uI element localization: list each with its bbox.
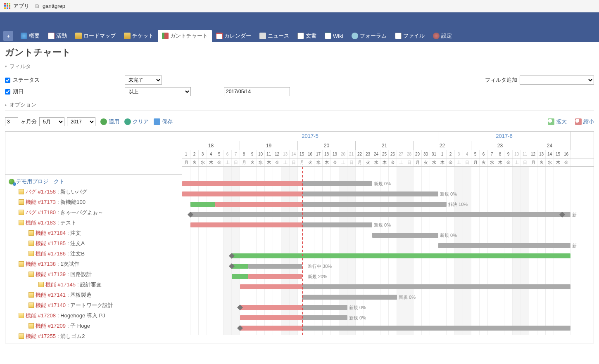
ticket-row[interactable]: 機能 #17255: 消しゴム2 [5, 331, 182, 341]
gantt-bar[interactable] [302, 305, 347, 310]
filter-add-select[interactable] [520, 76, 594, 85]
ticket-row[interactable]: 機能 #17208: Hogehoge 導入 PJ [5, 310, 182, 321]
ticket-link[interactable]: 機能 #17255 [26, 333, 56, 340]
gantt-right-pane[interactable]: 2017-52017-61819202122232412345678910111… [182, 132, 594, 343]
gantt-bar[interactable] [240, 284, 302, 289]
nav-docs[interactable]: 文書 [293, 30, 321, 42]
ticket-link[interactable]: 機能 #17173 [26, 199, 56, 206]
gantt-bar[interactable] [190, 212, 570, 217]
gantt-bar[interactable] [302, 284, 570, 289]
gantt-bar[interactable] [232, 253, 570, 258]
nav-roadmap[interactable]: ロードマップ [71, 30, 120, 42]
ticket-row[interactable]: 機能 #17185: 注文A [5, 238, 182, 248]
nav-wiki[interactable]: Wiki [321, 30, 347, 42]
gantt-left-header [5, 132, 182, 175]
add-button[interactable]: + [3, 31, 13, 41]
nav-overview[interactable]: 概要 [17, 30, 44, 42]
filter-status-label[interactable]: ステータス [5, 76, 121, 84]
apps-icon [4, 3, 11, 9]
zoom-in-button[interactable]: 拡大 [548, 118, 567, 125]
gantt-bar[interactable] [302, 181, 372, 186]
apps-shortcut[interactable]: アプリ [4, 2, 29, 10]
ticket-row[interactable]: バグ #17158: 新しいバグ [5, 187, 182, 197]
gantt-bar[interactable] [248, 264, 302, 269]
ticket-link[interactable]: バグ #17180 [26, 209, 56, 216]
gantt-bar[interactable] [190, 202, 215, 207]
filter-add-label: フィルタ追加 [485, 76, 517, 84]
gantt-bar[interactable] [215, 202, 302, 207]
ticket-link[interactable]: 機能 #17183 [26, 219, 56, 227]
gantt-bar[interactable] [302, 202, 447, 207]
year-select[interactable]: 2017 [67, 117, 95, 126]
gantt-bar[interactable] [302, 315, 347, 320]
gantt-bar[interactable] [438, 243, 570, 248]
ticket-subject: : 1次試作 [57, 260, 79, 268]
month-select[interactable]: 5月 [39, 117, 64, 126]
gantt-bar[interactable] [190, 222, 302, 227]
apply-button[interactable]: 適用 [100, 118, 119, 125]
ticket-link[interactable]: 機能 #17139 [36, 271, 66, 278]
project-row[interactable]: デモ用プロジェクト [5, 176, 182, 187]
gantt-bar[interactable] [372, 233, 438, 238]
gantt-bar[interactable] [240, 326, 302, 331]
filter-due-op-select[interactable]: 以上 [125, 87, 191, 96]
ticket-link[interactable]: 機能 #17140 [36, 302, 66, 309]
ticket-row[interactable]: 機能 #17139: 回路設計 [5, 269, 182, 279]
ticket-link[interactable]: 機能 #17185 [36, 240, 66, 247]
ticket-row[interactable]: 機能 #17209: 子 Hoge [5, 321, 182, 331]
ticket-link[interactable]: 機能 #17141 [36, 291, 66, 299]
gantt-bar[interactable] [232, 274, 248, 279]
ticket-link[interactable]: 機能 #17138 [26, 260, 56, 268]
filter-due-checkbox[interactable] [5, 89, 10, 95]
nav-calendar[interactable]: カレンダー [212, 30, 255, 42]
gantt-bar[interactable] [248, 274, 302, 279]
ticket-link[interactable]: 機能 #17186 [36, 250, 66, 258]
ticket-row[interactable]: 機能 #17186: 注文B [5, 248, 182, 259]
gantt-bar[interactable] [302, 191, 438, 196]
options-heading[interactable]: オプション [5, 101, 594, 111]
gantt-bar[interactable] [182, 181, 302, 186]
gantt-tree: デモ用プロジェクトバグ #17158: 新しいバグ機能 #17173: 新機能1… [5, 175, 182, 343]
filters-heading[interactable]: フィルタ [5, 63, 594, 72]
ticket-link[interactable]: 機能 #17208 [26, 312, 56, 319]
ticket-subject: : テスト [57, 219, 76, 227]
nav-settings[interactable]: 設定 [429, 30, 456, 42]
zoom-in-icon [548, 118, 554, 125]
nav-gantt[interactable]: ガントチャート [158, 30, 212, 42]
clear-button[interactable]: クリア [124, 118, 149, 125]
ticket-row[interactable]: 機能 #17173: 新機能100 [5, 197, 182, 207]
nav-forum[interactable]: フォーラム [347, 30, 391, 42]
project-link[interactable]: デモ用プロジェクト [16, 178, 64, 185]
gantt-bar[interactable] [302, 326, 570, 331]
ticket-row[interactable]: 機能 #17145: 設計審査 [5, 279, 182, 290]
nav-activity[interactable]: 活動 [44, 30, 71, 42]
nav-tickets[interactable]: チケット [120, 30, 158, 42]
ticket-row[interactable]: 機能 #17183: テスト [5, 217, 182, 228]
ticket-row[interactable]: 機能 #17138: 1次試作 [5, 259, 182, 269]
ticket-row[interactable]: 機能 #17184: 注文 [5, 228, 182, 238]
filter-due-label[interactable]: 期日 [5, 88, 121, 95]
ticket-row[interactable]: 機能 #17140: アートワーク設計 [5, 300, 182, 310]
save-button[interactable]: 保存 [154, 118, 173, 125]
ticket-link[interactable]: 機能 #17145 [45, 281, 76, 288]
gantt-bar[interactable] [302, 222, 372, 227]
filter-due-date-input[interactable] [224, 87, 290, 96]
ticket-row[interactable]: バグ #17180: きゃーバグよぉ～ [5, 207, 182, 217]
ticket-link[interactable]: 機能 #17209 [36, 322, 66, 330]
gantt-bar[interactable] [240, 305, 302, 310]
filter-status-checkbox[interactable] [5, 78, 10, 83]
ticket-link[interactable]: バグ #17158 [26, 188, 56, 196]
ticket-row[interactable]: 機能 #17141: 基板製造 [5, 290, 182, 300]
zoom-out-button[interactable]: 縮小 [575, 118, 594, 125]
months-input[interactable] [5, 117, 18, 126]
nav-files[interactable]: ファイル [391, 30, 429, 42]
gantt-bar[interactable] [240, 315, 302, 320]
gantt-bar[interactable] [182, 191, 302, 196]
nav-news[interactable]: ニュース [255, 30, 293, 42]
browser-tab[interactable]: ganttgrep [34, 3, 65, 9]
docs-icon [297, 33, 304, 39]
bar-row: 進行中 38% [182, 261, 594, 272]
filter-status-select[interactable]: 未完了 [125, 76, 162, 85]
ticket-link[interactable]: 機能 #17184 [36, 229, 66, 237]
gantt-bar[interactable] [302, 295, 397, 300]
